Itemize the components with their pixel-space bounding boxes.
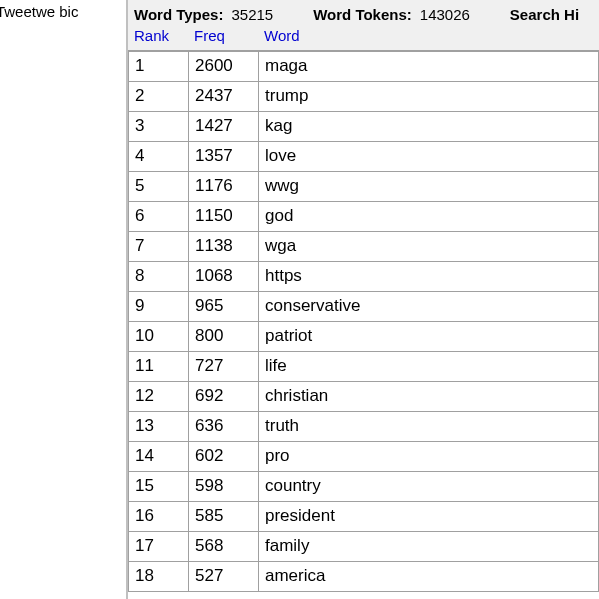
- cell-rank[interactable]: 9: [129, 292, 189, 322]
- cell-word[interactable]: life: [259, 352, 599, 382]
- cell-rank[interactable]: 1: [129, 52, 189, 82]
- file-list-item[interactable]: tes Tweetwe bic: [0, 3, 78, 20]
- cell-word[interactable]: family: [259, 532, 599, 562]
- stats-bar: Word Types:35215Word Tokens:143026Search…: [128, 0, 599, 27]
- table-header: Rank Freq Word: [128, 27, 599, 50]
- cell-rank[interactable]: 15: [129, 472, 189, 502]
- table-row[interactable]: 51176wwg: [129, 172, 599, 202]
- table-row[interactable]: 18527america: [129, 562, 599, 592]
- wordlist-panel: Word Types:35215Word Tokens:143026Search…: [128, 0, 599, 599]
- word-tokens-label: Word Tokens:: [313, 6, 412, 23]
- table-row[interactable]: 22437trump: [129, 82, 599, 112]
- cell-freq[interactable]: 1357: [189, 142, 259, 172]
- table-row[interactable]: 61150god: [129, 202, 599, 232]
- table-row[interactable]: 12692christian: [129, 382, 599, 412]
- header-rank[interactable]: Rank: [134, 27, 194, 44]
- cell-rank[interactable]: 18: [129, 562, 189, 592]
- cell-freq[interactable]: 598: [189, 472, 259, 502]
- header-freq[interactable]: Freq: [194, 27, 264, 44]
- cell-word[interactable]: country: [259, 472, 599, 502]
- table-row[interactable]: 15598country: [129, 472, 599, 502]
- search-hits-label: Search Hi: [510, 6, 579, 23]
- cell-rank[interactable]: 10: [129, 322, 189, 352]
- cell-rank[interactable]: 12: [129, 382, 189, 412]
- word-tokens-value: 143026: [420, 6, 470, 23]
- cell-freq[interactable]: 585: [189, 502, 259, 532]
- table-row[interactable]: 12600maga: [129, 52, 599, 82]
- cell-freq[interactable]: 965: [189, 292, 259, 322]
- cell-word[interactable]: president: [259, 502, 599, 532]
- cell-freq[interactable]: 2600: [189, 52, 259, 82]
- table-row[interactable]: 9965conservative: [129, 292, 599, 322]
- cell-freq[interactable]: 1138: [189, 232, 259, 262]
- cell-rank[interactable]: 6: [129, 202, 189, 232]
- cell-freq[interactable]: 800: [189, 322, 259, 352]
- cell-rank[interactable]: 8: [129, 262, 189, 292]
- cell-rank[interactable]: 13: [129, 412, 189, 442]
- cell-rank[interactable]: 17: [129, 532, 189, 562]
- cell-word[interactable]: truth: [259, 412, 599, 442]
- cell-freq[interactable]: 1427: [189, 112, 259, 142]
- cell-word[interactable]: pro: [259, 442, 599, 472]
- cell-rank[interactable]: 7: [129, 232, 189, 262]
- cell-word[interactable]: wwg: [259, 172, 599, 202]
- file-list-panel[interactable]: tes Tweetwe bic: [0, 0, 128, 599]
- cell-freq[interactable]: 692: [189, 382, 259, 412]
- table-row[interactable]: 17568family: [129, 532, 599, 562]
- cell-word[interactable]: god: [259, 202, 599, 232]
- cell-word[interactable]: maga: [259, 52, 599, 82]
- cell-rank[interactable]: 4: [129, 142, 189, 172]
- cell-word[interactable]: https: [259, 262, 599, 292]
- cell-rank[interactable]: 2: [129, 82, 189, 112]
- table-row[interactable]: 13636truth: [129, 412, 599, 442]
- cell-rank[interactable]: 14: [129, 442, 189, 472]
- table-row[interactable]: 14602pro: [129, 442, 599, 472]
- cell-freq[interactable]: 602: [189, 442, 259, 472]
- cell-freq[interactable]: 1068: [189, 262, 259, 292]
- table-row[interactable]: 31427kag: [129, 112, 599, 142]
- table-row[interactable]: 81068https: [129, 262, 599, 292]
- cell-freq[interactable]: 636: [189, 412, 259, 442]
- cell-freq[interactable]: 2437: [189, 82, 259, 112]
- cell-word[interactable]: patriot: [259, 322, 599, 352]
- table-row[interactable]: 71138wga: [129, 232, 599, 262]
- cell-freq[interactable]: 568: [189, 532, 259, 562]
- table-row[interactable]: 10800patriot: [129, 322, 599, 352]
- cell-word[interactable]: america: [259, 562, 599, 592]
- cell-rank[interactable]: 5: [129, 172, 189, 202]
- table-row[interactable]: 41357love: [129, 142, 599, 172]
- table-row[interactable]: 16585president: [129, 502, 599, 532]
- cell-rank[interactable]: 11: [129, 352, 189, 382]
- header-word[interactable]: Word: [264, 27, 593, 44]
- word-types-value: 35215: [231, 6, 273, 23]
- wordlist-table: 12600maga22437trump31427kag41357love5117…: [128, 51, 599, 592]
- cell-word[interactable]: trump: [259, 82, 599, 112]
- word-types-label: Word Types:: [134, 6, 223, 23]
- cell-freq[interactable]: 527: [189, 562, 259, 592]
- cell-rank[interactable]: 3: [129, 112, 189, 142]
- cell-word[interactable]: christian: [259, 382, 599, 412]
- wordlist-table-wrap: 12600maga22437trump31427kag41357love5117…: [128, 50, 599, 593]
- cell-freq[interactable]: 1176: [189, 172, 259, 202]
- cell-freq[interactable]: 727: [189, 352, 259, 382]
- cell-word[interactable]: kag: [259, 112, 599, 142]
- table-row[interactable]: 11727life: [129, 352, 599, 382]
- cell-word[interactable]: wga: [259, 232, 599, 262]
- cell-rank[interactable]: 16: [129, 502, 189, 532]
- cell-word[interactable]: love: [259, 142, 599, 172]
- cell-word[interactable]: conservative: [259, 292, 599, 322]
- cell-freq[interactable]: 1150: [189, 202, 259, 232]
